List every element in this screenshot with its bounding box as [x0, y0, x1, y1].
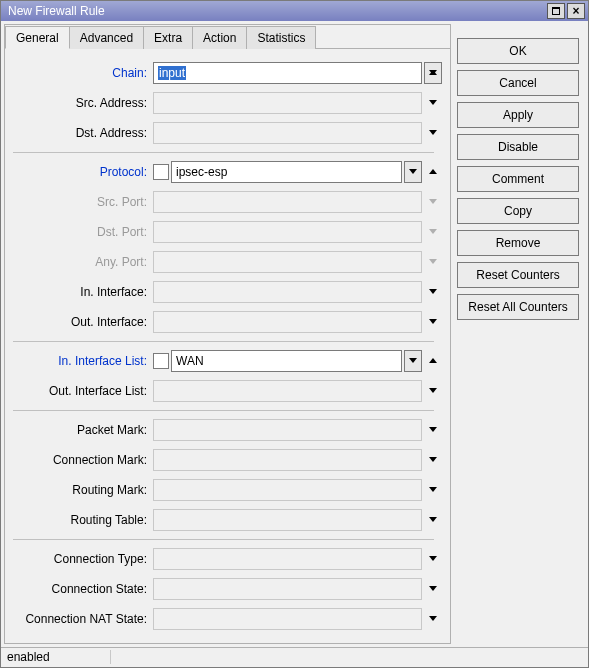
chevron-down-icon: [409, 169, 417, 174]
row-chain: Chain: input: [5, 59, 442, 87]
titlebar: New Firewall Rule ×: [1, 1, 588, 21]
chevron-down-icon: [429, 586, 437, 591]
in-interface-list-collapse[interactable]: [424, 350, 442, 372]
chevron-down-icon: [429, 517, 437, 522]
label-packet-mark: Packet Mark:: [5, 423, 153, 437]
label-protocol: Protocol:: [5, 165, 153, 179]
src-port-field: [153, 191, 422, 213]
out-interface-field[interactable]: [153, 311, 422, 333]
square-icon: [552, 7, 560, 15]
label-src-port: Src. Port:: [5, 195, 153, 209]
chevron-down-icon: [429, 487, 437, 492]
in-interface-expand[interactable]: [424, 281, 442, 303]
row-dst-port: Dst. Port:: [5, 218, 442, 246]
label-out-interface-list: Out. Interface List:: [5, 384, 153, 398]
row-out-interface: Out. Interface:: [5, 308, 442, 336]
form-area: Chain: input Src. Address: Dst. Address:: [5, 49, 450, 643]
button-panel: OK Cancel Apply Disable Comment Copy Rem…: [451, 24, 585, 644]
separator: [13, 341, 434, 342]
in-interface-list-input[interactable]: WAN: [171, 350, 402, 372]
apply-button[interactable]: Apply: [457, 102, 579, 128]
any-port-field: [153, 251, 422, 273]
connection-state-expand[interactable]: [424, 578, 442, 600]
chevron-down-icon: [429, 556, 437, 561]
close-button[interactable]: ×: [567, 3, 585, 19]
protocol-dropdown-button[interactable]: [404, 161, 422, 183]
chevron-down-icon: [429, 289, 437, 294]
window-title: New Firewall Rule: [4, 4, 545, 18]
reset-counters-button[interactable]: Reset Counters: [457, 262, 579, 288]
routing-mark-field[interactable]: [153, 479, 422, 501]
src-address-expand[interactable]: [424, 92, 442, 114]
routing-mark-expand[interactable]: [424, 479, 442, 501]
chevron-down-icon: [429, 319, 437, 324]
tab-general[interactable]: General: [5, 26, 70, 49]
reset-all-counters-button[interactable]: Reset All Counters: [457, 294, 579, 320]
chain-input[interactable]: input: [153, 62, 422, 84]
row-dst-address: Dst. Address:: [5, 119, 442, 147]
routing-table-expand[interactable]: [424, 509, 442, 531]
tab-bar: General Advanced Extra Action Statistics: [5, 25, 450, 49]
src-address-field[interactable]: [153, 92, 422, 114]
tab-action[interactable]: Action: [192, 26, 247, 49]
row-connection-state: Connection State:: [5, 575, 442, 603]
row-in-interface-list: In. Interface List: WAN: [5, 347, 442, 375]
tab-advanced[interactable]: Advanced: [69, 26, 144, 49]
chevron-down-icon: [429, 259, 437, 264]
connection-mark-field[interactable]: [153, 449, 422, 471]
row-routing-table: Routing Table:: [5, 506, 442, 534]
label-connection-state: Connection State:: [5, 582, 153, 596]
tab-extra[interactable]: Extra: [143, 26, 193, 49]
dst-port-expand: [424, 221, 442, 243]
packet-mark-expand[interactable]: [424, 419, 442, 441]
in-interface-list-invert-checkbox[interactable]: [153, 353, 169, 369]
out-interface-list-field[interactable]: [153, 380, 422, 402]
dialog-body: General Advanced Extra Action Statistics…: [1, 21, 588, 647]
chevron-down-icon: [409, 358, 417, 363]
comment-button[interactable]: Comment: [457, 166, 579, 192]
label-connection-nat-state: Connection NAT State:: [5, 612, 153, 626]
chevron-down-icon: [429, 229, 437, 234]
chevron-up-icon: [429, 169, 437, 174]
row-connection-type: Connection Type:: [5, 545, 442, 573]
ok-button[interactable]: OK: [457, 38, 579, 64]
separator: [13, 152, 434, 153]
label-out-interface: Out. Interface:: [5, 315, 153, 329]
label-in-interface-list: In. Interface List:: [5, 354, 153, 368]
label-dst-port: Dst. Port:: [5, 225, 153, 239]
chevron-down-icon: [429, 100, 437, 105]
row-any-port: Any. Port:: [5, 248, 442, 276]
any-port-expand: [424, 251, 442, 273]
remove-button[interactable]: Remove: [457, 230, 579, 256]
dst-address-field[interactable]: [153, 122, 422, 144]
connection-nat-state-field[interactable]: [153, 608, 422, 630]
packet-mark-field[interactable]: [153, 419, 422, 441]
connection-mark-expand[interactable]: [424, 449, 442, 471]
chevron-down-icon: [429, 130, 437, 135]
out-interface-expand[interactable]: [424, 311, 442, 333]
status-bar: enabled: [1, 647, 588, 667]
chain-dropdown-button[interactable]: [424, 62, 442, 84]
copy-button[interactable]: Copy: [457, 198, 579, 224]
label-in-interface: In. Interface:: [5, 285, 153, 299]
protocol-collapse[interactable]: [424, 161, 442, 183]
connection-nat-state-expand[interactable]: [424, 608, 442, 630]
connection-type-expand[interactable]: [424, 548, 442, 570]
tab-statistics[interactable]: Statistics: [246, 26, 316, 49]
in-interface-field[interactable]: [153, 281, 422, 303]
out-interface-list-expand[interactable]: [424, 380, 442, 402]
label-connection-mark: Connection Mark:: [5, 453, 153, 467]
routing-table-field[interactable]: [153, 509, 422, 531]
connection-state-field[interactable]: [153, 578, 422, 600]
dst-address-expand[interactable]: [424, 122, 442, 144]
chevron-down-icon: [429, 457, 437, 462]
maximize-button[interactable]: [547, 3, 565, 19]
disable-button[interactable]: Disable: [457, 134, 579, 160]
connection-type-field[interactable]: [153, 548, 422, 570]
label-connection-type: Connection Type:: [5, 552, 153, 566]
cancel-button[interactable]: Cancel: [457, 70, 579, 96]
protocol-invert-checkbox[interactable]: [153, 164, 169, 180]
protocol-input[interactable]: ipsec-esp: [171, 161, 402, 183]
in-interface-list-dropdown-button[interactable]: [404, 350, 422, 372]
close-icon: ×: [572, 5, 579, 17]
